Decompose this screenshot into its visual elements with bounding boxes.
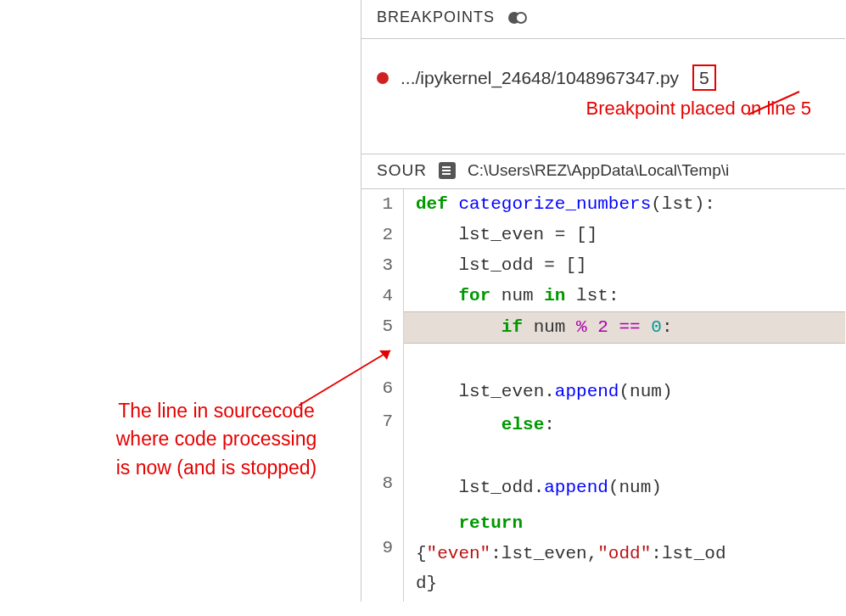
breakpoint-dot-icon [377,72,389,84]
code-line-1[interactable]: def categorize_numbers(lst): [416,189,845,220]
breakpoints-list: .../ipykernel_24648/1048967347.py 5 Brea… [361,39,845,154]
source-path[interactable]: C:\Users\REZ\AppData\Local\Temp\i [468,161,729,180]
breakpoint-path[interactable]: .../ipykernel_24648/1048967347.py [401,68,679,88]
code-editor[interactable]: 1 2 3 4 5 6 7 8 9 def categorize_numbers… [361,189,845,602]
code-line-3[interactable]: lst_odd = [] [416,250,845,281]
gutter-line-5[interactable]: 5 [361,311,393,342]
code-column: def categorize_numbers(lst): lst_even = … [404,189,845,602]
gutter: 1 2 3 4 5 6 7 8 9 [361,189,404,602]
code-line-7[interactable]: else: [416,410,845,440]
breakpoints-title: BREAKPOINTS [377,8,495,26]
breakpoint-line-number[interactable]: 5 [692,64,716,91]
gutter-line-3[interactable]: 3 [361,250,393,281]
source-title: SOUR [377,161,427,180]
code-line-4[interactable]: for num in lst: [416,281,845,311]
source-header: SOUR C:\Users\REZ\AppData\Local\Temp\i [361,154,845,189]
code-line-9[interactable]: return{"even":lst_even,"odd":lst_odd} [416,506,845,602]
gutter-line-9[interactable]: 9 [361,501,393,566]
breakpoints-header[interactable]: BREAKPOINTS [361,0,845,39]
code-line-2[interactable]: lst_even = [] [416,220,845,250]
annotation-breakpoint-label: Breakpoint placed on line 5 [377,91,837,120]
debugger-panel: BREAKPOINTS .../ipykernel_24648/10489673… [361,0,845,602]
code-line-8[interactable]: lst_odd.append(num) [416,440,845,506]
gutter-line-7[interactable]: 7 [361,406,393,437]
gutter-line-1[interactable]: 1 [361,189,393,220]
code-line-6[interactable]: lst_even.append(num) [416,344,845,409]
gutter-line-4[interactable]: 4 [361,281,393,311]
annotation-current-line: The line in sourcecode where code proces… [76,397,356,482]
file-icon[interactable] [439,162,456,179]
gutter-line-2[interactable]: 2 [361,220,393,250]
gutter-line-8[interactable]: 8 [361,437,393,501]
toggle-breakpoints-icon[interactable] [508,11,527,25]
code-line-5-current[interactable]: if num % 2 == 0: [404,311,845,344]
breakpoint-item[interactable]: .../ipykernel_24648/1048967347.py 5 [377,64,837,91]
gutter-line-6[interactable]: 6 [361,342,393,406]
